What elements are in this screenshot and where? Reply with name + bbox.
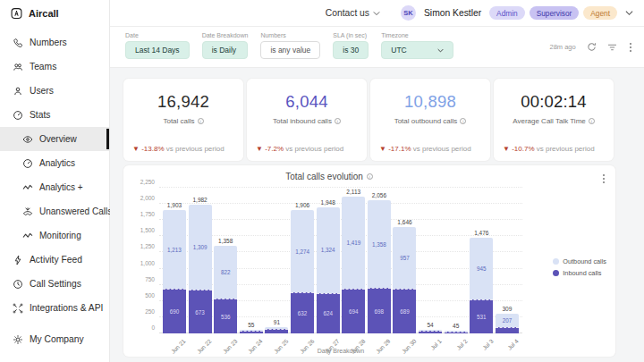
chevron-down-icon <box>437 48 444 53</box>
sidebar-item-analytics-plus[interactable]: Analytics + <box>0 175 109 199</box>
app-logo[interactable]: Aircall <box>0 0 109 27</box>
sidebar-item-label: My Company <box>30 334 84 344</box>
role-badge-agent: Agent <box>583 6 617 20</box>
stat-value: 10,898 <box>370 92 490 112</box>
y-axis-tick: 1,250 <box>140 243 155 249</box>
sidebar-item-monitoring[interactable]: Monitoring <box>0 223 109 248</box>
chart-plot-area: 02505007501,0001,2501,5001,7502,0002,250… <box>159 188 522 333</box>
stat-card-average-call-talk-time: 00:02:14Average Call Talk Timei▼ -10.7% … <box>494 79 614 161</box>
bar-total-label: 1,982 <box>182 197 218 203</box>
sidebar-item-analytics[interactable]: Analytics <box>0 151 109 175</box>
bar-total-label: 1,948 <box>310 199 346 206</box>
sidebar-item-call-settings[interactable]: Call Settings <box>0 272 109 296</box>
dashboard-toolbar: 28m ago <box>550 32 633 54</box>
contact-us-menu[interactable]: Contact us <box>326 8 380 18</box>
inbound-value-label: 690 <box>170 308 180 315</box>
filter-icon[interactable] <box>607 43 617 52</box>
filter-date-breakdown-value[interactable]: is Daily <box>202 41 249 59</box>
bar-jun-30[interactable]: 1,646957689Jun 30 <box>393 188 416 333</box>
sidebar-item-stats[interactable]: Stats <box>0 103 109 127</box>
bar-total-label: 1,646 <box>386 219 422 225</box>
inbound-value-label: 632 <box>298 310 308 316</box>
info-icon[interactable]: i <box>198 118 204 124</box>
role-badges: AdminSupervisorAgent <box>489 6 617 20</box>
gauge-icon <box>21 157 33 169</box>
bar-jun-29[interactable]: 2,0561,358698Jun 29 <box>368 188 391 333</box>
filters: DateLast 14 DaysDate Breakdownis DailyNu… <box>125 32 453 59</box>
lightning-icon <box>12 254 23 265</box>
filter-timezone-value[interactable]: UTC <box>381 41 453 59</box>
sidebar-item-numbers[interactable]: Numbers <box>0 30 109 55</box>
bar-jun-22[interactable]: 1,9821,309673Jun 22 <box>189 188 212 333</box>
sidebar-item-unanswered-calls[interactable]: Unanswered Calls + <box>0 199 109 223</box>
filter-numbers-value[interactable]: is any value <box>260 41 320 59</box>
bar-jun-27[interactable]: 1,9481,324624Jun 27 <box>317 188 340 333</box>
bar-jul-4[interactable]: 309207Jul 4 <box>496 188 519 333</box>
info-icon[interactable]: i <box>367 173 373 180</box>
filter-value: is any value <box>270 46 310 55</box>
user-icon <box>12 85 23 97</box>
bar-jun-26[interactable]: 1,9061,274632Jun 26 <box>291 188 314 333</box>
stat-card-total-inbound-calls: 6,044Total inbound callsi▼ -7.2% vs prev… <box>247 79 367 161</box>
inbound-value-label: 624 <box>323 310 333 316</box>
bar-jun-24[interactable]: 55Jun 24 <box>240 188 263 333</box>
inbound-segment <box>496 327 519 333</box>
sidebar-item-label: Stats <box>30 110 50 120</box>
bar-jun-25[interactable]: 91Jun 25 <box>265 188 288 333</box>
total-calls-evolution-chart: Total calls evolution i 02505007501,0001… <box>123 165 615 357</box>
gauge-icon <box>12 109 23 121</box>
integrations-icon <box>12 302 23 314</box>
avatar[interactable]: SK <box>401 5 416 21</box>
aircall-logo-icon <box>11 8 22 20</box>
sidebar-item-label: Activity Feed <box>30 255 82 265</box>
sidebar-item-activity-feed[interactable]: Activity Feed <box>0 248 109 272</box>
info-icon[interactable]: i <box>335 118 341 124</box>
sidebar: Aircall NumbersTeamsUsersStatsOverviewAn… <box>0 0 110 362</box>
bar-jun-21[interactable]: 1,9031,213690Jun 21 <box>163 188 186 333</box>
filter-sla-value[interactable]: is 30 <box>333 41 369 59</box>
sidebar-item-label: Integrations & API <box>30 303 103 313</box>
sidebar-item-label: Users <box>30 86 54 96</box>
pulse-icon <box>21 181 33 193</box>
more-options-icon[interactable] <box>628 41 633 54</box>
outbound-value-label: 207 <box>503 317 513 324</box>
bar-jul-2[interactable]: 45Jul 2 <box>445 188 468 333</box>
legend-label: Inbound calls <box>563 269 601 277</box>
chart-title: Total calls evolution <box>285 172 363 181</box>
y-axis-tick: 2,000 <box>140 195 155 201</box>
refresh-icon[interactable] <box>587 42 597 52</box>
stat-label: Total calls <box>163 117 194 125</box>
filter-value: is Daily <box>212 46 236 55</box>
info-icon[interactable]: i <box>460 118 466 124</box>
filter-date-breakdown: Date Breakdownis Daily <box>202 32 249 59</box>
filter-label: SLA (in sec) <box>333 32 369 38</box>
sidebar-item-teams[interactable]: Teams <box>0 55 109 79</box>
inbound-segment: 694 <box>342 289 365 333</box>
info-icon[interactable]: i <box>589 118 595 124</box>
sidebar-item-overview[interactable]: Overview <box>0 127 109 151</box>
filter-timezone: TimezoneUTC <box>381 32 453 59</box>
user-menu-chevron-icon[interactable] <box>625 10 633 16</box>
inbound-value-label: 536 <box>221 314 231 320</box>
legend-dot <box>553 258 559 265</box>
legend-item-inbound-calls[interactable]: Inbound calls <box>553 269 606 277</box>
sidebar-item-users[interactable]: Users <box>0 79 109 103</box>
bar-jun-28[interactable]: 2,1131,419694Jun 28 <box>342 188 365 333</box>
bars-container: 1,9031,213690Jun 211,9821,309673Jun 221,… <box>163 188 519 333</box>
outbound-value-label: 1,358 <box>372 241 386 248</box>
sidebar-item-my-company[interactable]: My Company <box>0 327 109 351</box>
phone-icon <box>12 37 23 48</box>
stat-card-total-outbound-calls: 10,898Total outbound callsi▼ -17.1% vs p… <box>370 79 490 161</box>
outbound-value-label: 1,324 <box>321 247 335 253</box>
stat-delta: ▼ -13.8% vs previous period <box>132 145 225 153</box>
bar-jul-1[interactable]: 54Jul 1 <box>419 188 442 333</box>
y-axis-tick: 500 <box>145 291 155 298</box>
user-name: Simon Kestler <box>424 8 481 18</box>
bar-jun-23[interactable]: 1,358822536Jun 23 <box>214 188 237 333</box>
sidebar-item-integrations[interactable]: Integrations & API <box>0 296 109 320</box>
chart-options-icon[interactable] <box>601 173 606 185</box>
filter-date-value[interactable]: Last 14 Days <box>125 41 190 59</box>
inbound-value-label: 673 <box>195 309 205 316</box>
legend-item-outbound-calls[interactable]: Outbound calls <box>553 257 606 265</box>
gear-icon <box>12 333 23 345</box>
